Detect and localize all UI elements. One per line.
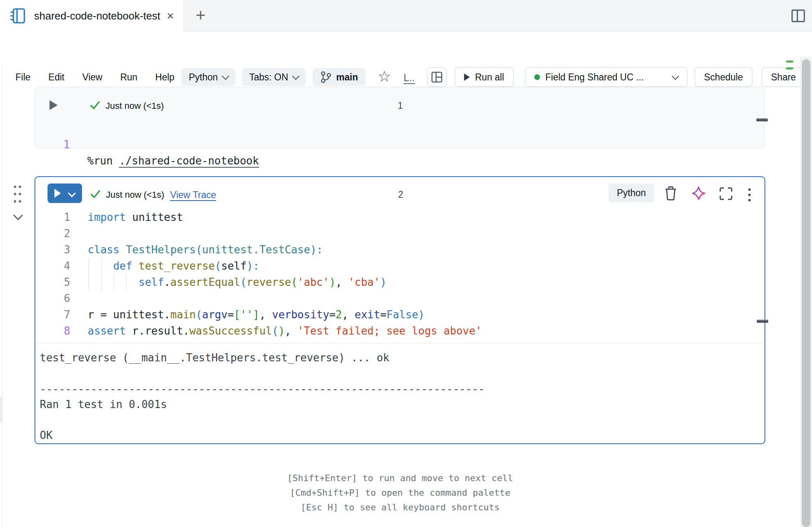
scrollbar-thumb[interactable] bbox=[802, 59, 810, 527]
cluster-status-dot bbox=[534, 74, 540, 80]
code-line[interactable]: 8assert r.result.wasSuccessful(), 'Test … bbox=[35, 323, 764, 339]
play-icon bbox=[54, 189, 61, 198]
code-line[interactable]: 7r = unittest.main(argv=[''], verbosity=… bbox=[35, 307, 764, 323]
menu-view[interactable]: View bbox=[82, 72, 102, 83]
menu-file[interactable]: File bbox=[15, 72, 30, 83]
output-line: OK bbox=[40, 428, 764, 443]
notebook-tab[interactable]: shared-code-notebook-test × bbox=[0, 0, 184, 32]
view-trace-link[interactable]: View Trace bbox=[170, 190, 216, 201]
tab-close-icon[interactable]: × bbox=[167, 10, 174, 22]
schedule-label: Schedule bbox=[704, 72, 743, 83]
language-selector-label: Python bbox=[189, 72, 218, 83]
language-selector[interactable]: Python bbox=[181, 68, 235, 86]
cell-drag-handle[interactable] bbox=[14, 185, 26, 207]
menu-bar: FileEditViewRunHelp bbox=[15, 67, 175, 87]
cell-2[interactable]: Just now (<1s) View Trace 2 Python bbox=[35, 176, 765, 444]
minimap-cell-marker[interactable] bbox=[786, 67, 793, 69]
success-check-icon bbox=[89, 99, 101, 111]
git-branch-button[interactable]: main bbox=[313, 68, 365, 86]
tab-bar: shared-code-notebook-test × + bbox=[0, 0, 812, 32]
line-number: 5 bbox=[42, 274, 70, 290]
menu-run[interactable]: Run bbox=[120, 72, 137, 83]
code-text: %run ./shared-code-notebook bbox=[87, 153, 259, 169]
output-line: Ran 1 test in 0.001s bbox=[40, 397, 764, 412]
cell-scroll-indicator[interactable] bbox=[757, 320, 768, 323]
share-label: Share bbox=[771, 72, 796, 83]
run-cell-button[interactable] bbox=[48, 184, 82, 203]
split-view-icon[interactable] bbox=[791, 9, 806, 23]
cluster-name: Field Eng Shared UC ... bbox=[545, 72, 667, 83]
chevron-down-icon bbox=[222, 72, 229, 80]
run-cell-icon[interactable] bbox=[50, 100, 58, 110]
new-tab-button[interactable]: + bbox=[191, 6, 210, 25]
code-text: import unittest bbox=[88, 209, 183, 225]
code-line[interactable]: 1 %run ./shared-code-notebook bbox=[35, 120, 764, 136]
code-text: r = unittest.main(argv=[''], verbosity=2… bbox=[88, 307, 425, 323]
notebook-app: shared-code-notebook-test × + FileEditVi… bbox=[0, 0, 812, 527]
line-number: 2 bbox=[42, 225, 70, 242]
left-panel-border bbox=[2, 65, 2, 527]
favorite-star-icon[interactable]: ☆ bbox=[378, 69, 391, 84]
truncated-link[interactable]: L.. bbox=[404, 72, 415, 84]
schedule-button[interactable]: Schedule bbox=[695, 67, 752, 87]
chevron-down-icon bbox=[292, 72, 299, 80]
notebook-toolbar: FileEditViewRunHelp Python Tabs: ON main… bbox=[0, 32, 812, 65]
git-branch-icon bbox=[320, 71, 331, 84]
code-line[interactable]: 2 bbox=[35, 225, 764, 242]
chevron-down-icon bbox=[68, 189, 76, 197]
keyboard-hint: [Shift+Enter] to run and move to next ce… bbox=[0, 471, 800, 486]
output-line: ----------------------------------------… bbox=[40, 381, 764, 397]
keyboard-hint: [Esc H] to see all keyboard shortcuts bbox=[0, 500, 800, 515]
assistant-sparkle-icon[interactable] bbox=[691, 186, 706, 201]
line-number: 3 bbox=[42, 242, 70, 258]
code-editor[interactable]: 1import unittest23class TestHelpers(unit… bbox=[35, 209, 764, 339]
share-button[interactable]: Share bbox=[762, 67, 805, 87]
code-line[interactable]: 6 bbox=[35, 290, 764, 307]
menu-edit[interactable]: Edit bbox=[48, 72, 65, 83]
layout-grid-icon bbox=[431, 71, 443, 83]
line-number: 1 bbox=[41, 136, 70, 153]
play-icon bbox=[464, 73, 470, 81]
tab-title: shared-code-notebook-test bbox=[34, 10, 160, 22]
line-number: 4 bbox=[42, 258, 70, 274]
code-line[interactable]: 3class TestHelpers(unittest.TestCase): bbox=[35, 242, 764, 258]
run-all-label: Run all bbox=[475, 72, 504, 83]
branch-name: main bbox=[336, 72, 358, 83]
cell-status: Just now (<1s) bbox=[106, 101, 164, 111]
code-text: def test_reverse(self): bbox=[88, 258, 259, 274]
left-panel-handle[interactable] bbox=[0, 397, 2, 422]
code-text: self.assertEqual(reverse('abc'), 'cba') bbox=[88, 274, 387, 290]
code-text: assert r.result.wasSuccessful(), 'Test f… bbox=[88, 323, 482, 339]
cell-menu-icon[interactable] bbox=[748, 188, 752, 204]
success-check-icon bbox=[90, 188, 101, 200]
cell-scroll-indicator[interactable] bbox=[756, 118, 768, 121]
expand-cell-icon[interactable] bbox=[719, 187, 733, 201]
line-number: 7 bbox=[42, 307, 70, 323]
cell-execution-number: 1 bbox=[384, 100, 417, 111]
output-line bbox=[40, 412, 764, 428]
cell-1[interactable]: Just now (<1s) 1 1 %run ./shared-code-no… bbox=[35, 87, 765, 149]
line-number: 1 bbox=[42, 209, 70, 225]
code-line[interactable]: 4 def test_reverse(self): bbox=[35, 258, 764, 274]
code-line[interactable]: 5 self.assertEqual(reverse('abc'), 'cba'… bbox=[35, 274, 764, 290]
collapse-cell-icon[interactable] bbox=[13, 210, 23, 220]
cell-output: test_reverse (__main__.TestHelpers.test_… bbox=[35, 343, 764, 444]
cell-execution-number: 2 bbox=[384, 189, 417, 200]
chevron-down-icon bbox=[672, 72, 679, 80]
cluster-selector[interactable]: Field Eng Shared UC ... bbox=[525, 67, 687, 87]
notebook-icon bbox=[9, 7, 27, 25]
tabs-toggle-label: Tabs: ON bbox=[249, 72, 288, 83]
code-text: class TestHelpers(unittest.TestCase): bbox=[88, 242, 323, 258]
menu-help[interactable]: Help bbox=[155, 72, 174, 83]
delete-cell-icon[interactable] bbox=[664, 186, 678, 201]
tabs-toggle[interactable]: Tabs: ON bbox=[242, 68, 306, 86]
line-number: 8 bbox=[42, 323, 70, 339]
output-line: test_reverse (__main__.TestHelpers.test_… bbox=[40, 350, 764, 365]
run-all-button[interactable]: Run all bbox=[455, 67, 514, 87]
layout-button[interactable] bbox=[427, 67, 447, 87]
cell-language-badge[interactable]: Python bbox=[609, 184, 654, 202]
line-number: 6 bbox=[42, 290, 70, 307]
keyboard-hint: [Cmd+Shift+P] to open the command palett… bbox=[0, 486, 800, 500]
code-line[interactable]: 1import unittest bbox=[35, 209, 764, 225]
minimap-cell-marker[interactable] bbox=[786, 60, 793, 63]
